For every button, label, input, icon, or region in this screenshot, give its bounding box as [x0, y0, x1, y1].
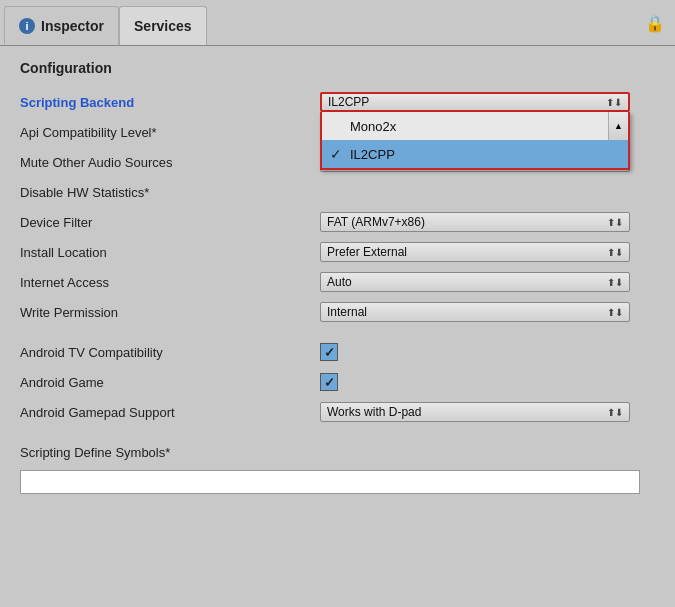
tab-bar: i Inspector Services 🔒 [0, 0, 675, 46]
device-filter-dropdown[interactable]: FAT (ARMv7+x86) ⬆⬇ [320, 212, 630, 232]
android-game-checkmark: ✓ [324, 375, 335, 390]
label-scripting-backend: Scripting Backend [20, 95, 320, 110]
dropdown-arrow-internet: ⬆⬇ [607, 277, 623, 288]
install-location-value: Prefer External [327, 245, 407, 259]
section-title: Configuration [20, 60, 655, 76]
dropdown-item-il2cpp[interactable]: ✓ IL2CPP [322, 140, 628, 168]
label-internet-access: Internet Access [20, 275, 320, 290]
internet-access-value: Auto [327, 275, 352, 289]
dropdown-arrow-device: ⬆⬇ [607, 217, 623, 228]
check-empty [330, 118, 350, 134]
label-api-compat: Api Compatibility Level* [20, 125, 320, 140]
dropdown-arrow-install: ⬆⬇ [607, 247, 623, 258]
device-filter-value: FAT (ARMv7+x86) [327, 215, 425, 229]
row-android-gamepad: Android Gamepad Support Works with D-pad… [20, 398, 655, 426]
dropdown-arrow-write: ⬆⬇ [607, 307, 623, 318]
write-permission-value: Internal [327, 305, 367, 319]
control-scripting-backend: IL2CPP ⬆⬇ ▲ Mono2x ✓ IL2CPP [320, 92, 655, 112]
row-android-tv: Android TV Compatibility ✓ [20, 338, 655, 366]
android-game-checkbox[interactable]: ✓ [320, 373, 338, 391]
control-device-filter: FAT (ARMv7+x86) ⬆⬇ [320, 212, 655, 232]
control-android-tv: ✓ [320, 343, 655, 361]
label-scripting-symbols: Scripting Define Symbols* [20, 445, 320, 460]
spacer2 [20, 428, 655, 438]
control-internet-access: Auto ⬆⬇ [320, 272, 655, 292]
label-disable-hw: Disable HW Statistics* [20, 185, 320, 200]
label-write-permission: Write Permission [20, 305, 320, 320]
dropdown-scroll-up[interactable]: ▲ [608, 112, 628, 140]
control-write-permission: Internal ⬆⬇ [320, 302, 655, 322]
install-location-dropdown[interactable]: Prefer External ⬆⬇ [320, 242, 630, 262]
dropdown-arrow: ⬆⬇ [606, 97, 622, 108]
info-icon: i [19, 18, 35, 34]
dropdown-item-il2cpp-label: IL2CPP [350, 147, 395, 162]
label-android-tv: Android TV Compatibility [20, 345, 320, 360]
dropdown-item-mono2x-label: Mono2x [350, 119, 396, 134]
label-mute-audio: Mute Other Audio Sources [20, 155, 320, 170]
label-android-game: Android Game [20, 375, 320, 390]
internet-access-dropdown[interactable]: Auto ⬆⬇ [320, 272, 630, 292]
unity-inspector-window: i Inspector Services 🔒 Configuration Scr… [0, 0, 675, 607]
scripting-backend-dropdown[interactable]: IL2CPP ⬆⬇ [320, 92, 630, 112]
write-permission-dropdown[interactable]: Internal ⬆⬇ [320, 302, 630, 322]
android-tv-checkmark: ✓ [324, 345, 335, 360]
dropdown-arrow-gamepad: ⬆⬇ [607, 407, 623, 418]
android-gamepad-value: Works with D-pad [327, 405, 421, 419]
tab-inspector[interactable]: i Inspector [4, 6, 119, 45]
android-gamepad-dropdown[interactable]: Works with D-pad ⬆⬇ [320, 402, 630, 422]
android-tv-checkbox[interactable]: ✓ [320, 343, 338, 361]
control-android-game: ✓ [320, 373, 655, 391]
control-android-gamepad: Works with D-pad ⬆⬇ [320, 402, 655, 422]
row-device-filter: Device Filter FAT (ARMv7+x86) ⬆⬇ [20, 208, 655, 236]
row-write-permission: Write Permission Internal ⬆⬇ [20, 298, 655, 326]
row-scripting-backend: Scripting Backend IL2CPP ⬆⬇ ▲ Mono2x [20, 88, 655, 116]
scripting-backend-value: IL2CPP [328, 95, 369, 109]
scripting-symbols-input-row [20, 470, 655, 494]
control-install-location: Prefer External ⬆⬇ [320, 242, 655, 262]
inspector-content: Configuration Scripting Backend IL2CPP ⬆… [0, 46, 675, 607]
tab-inspector-label: Inspector [41, 18, 104, 34]
lock-icon[interactable]: 🔒 [645, 13, 665, 32]
scripting-backend-dropdown-list: ▲ Mono2x ✓ IL2CPP [320, 112, 630, 170]
label-install-location: Install Location [20, 245, 320, 260]
dropdown-item-mono2x[interactable]: Mono2x [322, 112, 628, 140]
row-disable-hw: Disable HW Statistics* [20, 178, 655, 206]
scripting-backend-dropdown-panel: IL2CPP ⬆⬇ ▲ Mono2x ✓ IL2CPP [320, 92, 630, 112]
tab-services-label: Services [134, 18, 192, 34]
label-android-gamepad: Android Gamepad Support [20, 405, 320, 420]
row-scripting-symbols: Scripting Define Symbols* [20, 438, 655, 466]
label-device-filter: Device Filter [20, 215, 320, 230]
tab-services[interactable]: Services [119, 6, 207, 45]
scripting-symbols-input[interactable] [20, 470, 640, 494]
row-install-location: Install Location Prefer External ⬆⬇ [20, 238, 655, 266]
row-android-game: Android Game ✓ [20, 368, 655, 396]
check-mark-il2cpp: ✓ [330, 146, 350, 162]
spacer1 [20, 328, 655, 338]
row-internet-access: Internet Access Auto ⬆⬇ [20, 268, 655, 296]
